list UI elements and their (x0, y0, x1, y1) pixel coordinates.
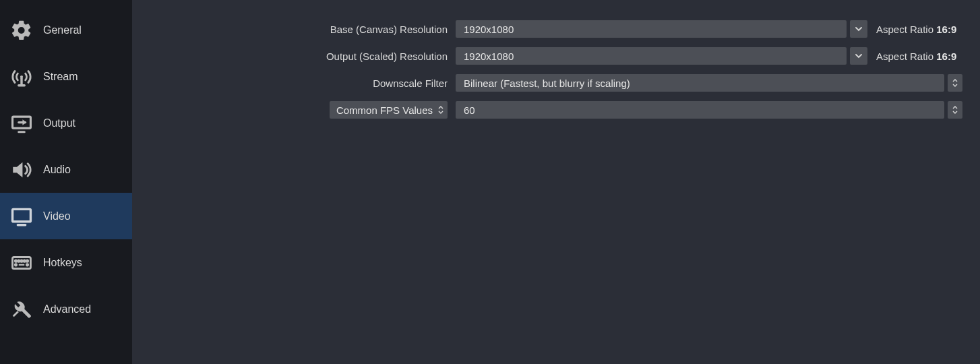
base-aspect-ratio: Aspect Ratio 16:9 (871, 24, 962, 35)
sidebar-item-hotkeys[interactable]: Hotkeys (0, 239, 132, 286)
svg-point-8 (26, 260, 28, 262)
settings-sidebar: General Stream Output Audio Video Hotkey… (0, 0, 132, 364)
output-icon (8, 112, 35, 135)
fps-row: Common FPS Values 60 (132, 100, 962, 120)
svg-rect-2 (13, 209, 31, 221)
sidebar-item-general[interactable]: General (0, 7, 132, 53)
sidebar-item-label: Advanced (43, 303, 91, 315)
sidebar-item-label: Stream (43, 71, 78, 83)
base-resolution-label: Base (Canvas) Resolution (132, 24, 456, 35)
sidebar-item-label: Hotkeys (43, 257, 82, 269)
output-resolution-label: Output (Scaled) Resolution (132, 51, 456, 62)
monitor-icon (8, 205, 35, 228)
downscale-filter-stepper[interactable] (948, 74, 962, 92)
fps-value-select[interactable]: 60 (456, 101, 944, 119)
sidebar-item-label: Output (43, 117, 75, 129)
video-settings-panel: Base (Canvas) Resolution 1920x1080 Aspec… (132, 0, 980, 364)
svg-point-4 (15, 260, 16, 262)
sidebar-item-label: General (43, 24, 82, 36)
antenna-icon (8, 65, 35, 88)
svg-point-5 (18, 260, 20, 262)
sidebar-item-audio[interactable]: Audio (0, 146, 132, 193)
sidebar-item-stream[interactable]: Stream (0, 53, 132, 100)
chevron-down-icon (952, 111, 958, 114)
sidebar-item-label: Audio (43, 164, 71, 176)
fps-value-stepper[interactable] (948, 101, 962, 119)
base-resolution-row: Base (Canvas) Resolution 1920x1080 Aspec… (132, 19, 962, 39)
fps-type-label: Common FPS Values (336, 104, 433, 116)
output-resolution-dropdown-button[interactable] (850, 47, 867, 65)
gear-icon (8, 19, 35, 42)
base-resolution-dropdown-button[interactable] (850, 20, 867, 38)
chevron-down-icon (952, 84, 958, 87)
keyboard-icon (8, 251, 35, 274)
tools-icon (8, 298, 35, 321)
downscale-filter-label: Downscale Filter (132, 78, 456, 89)
svg-rect-3 (13, 257, 31, 268)
output-resolution-combobox[interactable]: 1920x1080 (456, 47, 847, 65)
svg-point-7 (24, 260, 25, 262)
base-resolution-combobox[interactable]: 1920x1080 (456, 20, 847, 38)
sidebar-item-advanced[interactable]: Advanced (0, 286, 132, 332)
sidebar-item-output[interactable]: Output (0, 100, 132, 146)
svg-point-10 (26, 264, 28, 265)
svg-point-6 (21, 260, 22, 262)
output-aspect-ratio: Aspect Ratio 16:9 (871, 51, 962, 62)
svg-point-9 (15, 264, 16, 265)
speaker-icon (8, 158, 35, 181)
chevron-up-icon (952, 106, 958, 109)
chevron-down-icon (855, 52, 863, 60)
stepper-icon (438, 106, 443, 114)
downscale-filter-row: Downscale Filter Bilinear (Fastest, but … (132, 73, 962, 93)
fps-type-selector[interactable]: Common FPS Values (330, 101, 448, 119)
output-resolution-row: Output (Scaled) Resolution 1920x1080 Asp… (132, 46, 962, 66)
chevron-up-icon (952, 79, 958, 82)
downscale-filter-select[interactable]: Bilinear (Fastest, but blurry if scaling… (456, 74, 944, 92)
sidebar-item-video[interactable]: Video (0, 193, 132, 239)
sidebar-item-label: Video (43, 210, 71, 222)
chevron-down-icon (855, 25, 863, 33)
